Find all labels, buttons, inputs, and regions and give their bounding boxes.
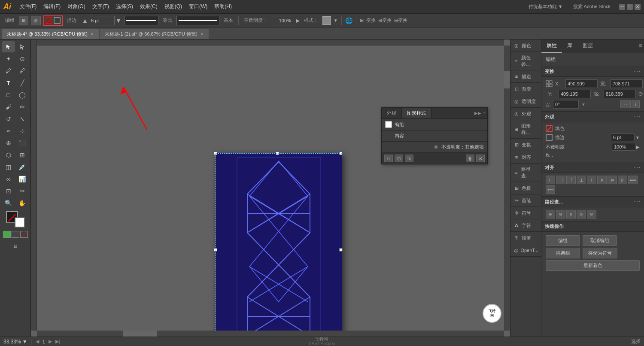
color-dark-btn[interactable] [12, 231, 19, 238]
page-nav-prev[interactable]: ◀ [36, 339, 39, 344]
zoom-tool[interactable]: 🔍 [2, 197, 15, 209]
rotate-tool[interactable]: ↺ [2, 113, 15, 124]
align-bottom-btn[interactable]: ⊧ [597, 176, 607, 184]
menu-object[interactable]: 对象(O) [64, 1, 88, 12]
menu-edit[interactable]: 编辑(E) [40, 1, 64, 12]
fp-duplicate-btn[interactable]: ⊡ [395, 155, 403, 162]
scrollbar-h[interactable] [37, 331, 504, 337]
text-tool[interactable]: T [2, 77, 15, 88]
sub-panel-color-guide[interactable]: ≡ 颜色参... [510, 52, 541, 70]
free-transform-tool[interactable]: ⊹ [16, 125, 29, 137]
curvature-tool[interactable]: 🖋 [16, 65, 29, 76]
fx-label[interactable]: fx... [546, 152, 553, 158]
tab-2-close[interactable]: ✕ [200, 32, 204, 36]
select-tool[interactable] [2, 41, 15, 52]
menu-file[interactable]: 文件(F) [16, 1, 40, 12]
fill-indicator[interactable] [46, 17, 52, 24]
pf-intersect-btn[interactable]: ⊗ [566, 210, 576, 219]
pencil-tool[interactable]: ✏ [16, 101, 29, 112]
stroke-weight-arrow[interactable]: ▼ [635, 135, 640, 140]
fp-eye-icon[interactable]: 👁 [434, 144, 439, 150]
style-preview[interactable] [322, 16, 331, 25]
fp-delete-btn[interactable]: 🗑 [466, 155, 474, 162]
menu-effect[interactable]: 效果(C) [137, 1, 161, 12]
stroke-options-btn[interactable]: ◎ [31, 16, 41, 25]
appearance-section-header[interactable]: 外观 ⋯ [541, 112, 644, 122]
lasso-tool[interactable]: ⊙ [16, 53, 29, 64]
align-left-btn[interactable]: ⊢ [546, 176, 555, 184]
fp-opacity-row[interactable]: 👁 不透明度：其他选项 [382, 142, 487, 153]
fp-menu-icon[interactable]: ≡ [483, 111, 486, 115]
ellipse-tool[interactable]: ◯ [16, 89, 29, 100]
sub-panel-symbols[interactable]: ❊ 符号 [510, 207, 541, 219]
transform-section-header[interactable]: 变换 ⋯ [541, 66, 644, 77]
transform2-btn[interactable]: ⊞变换 [378, 17, 392, 24]
opacity-input[interactable] [272, 16, 293, 25]
sub-panel-pathfinder[interactable]: ≡ 路径查... [510, 164, 541, 182]
pf-divide-btn[interactable]: ⊙ [587, 210, 596, 219]
group-btn[interactable]: 编组 [546, 235, 580, 246]
align-right-btn[interactable]: ⊤ [566, 176, 576, 184]
stroke-indicator[interactable] [54, 17, 61, 24]
pathfinder-section-header[interactable]: 路径查... ⋯ [541, 197, 644, 207]
scale-tool[interactable]: ⤡ [16, 113, 29, 124]
transform-btn[interactable]: 变换 [366, 17, 376, 24]
appearance-more-btn[interactable]: ⋯ [634, 113, 641, 120]
live-paint-tool[interactable]: ⬛ [16, 137, 29, 149]
fp-delete2-btn[interactable]: ✕ [476, 155, 485, 162]
constrain-icon[interactable]: ⟳ [638, 91, 644, 97]
page-nav-end[interactable]: ▶| [55, 339, 60, 344]
save-symbol-btn[interactable]: 存储为符号 [583, 248, 617, 258]
sub-panel-gradient[interactable]: ◻ 渐变 [510, 83, 541, 95]
shape-builder-tool[interactable]: ⊕ [2, 137, 15, 149]
panel-more-btn[interactable]: ≡ [637, 39, 644, 53]
sub-panel-brushes[interactable]: ✏ 画笔 [510, 194, 541, 207]
scrollbar-v[interactable] [504, 46, 510, 331]
menu-window[interactable]: 窗口(W) [185, 1, 211, 12]
rp-tab-layers[interactable]: 图层 [577, 39, 598, 53]
distribute-h2-btn[interactable]: ⟺ [628, 176, 638, 184]
opacity-arrow[interactable]: ▶ [296, 18, 300, 24]
flip-v-btn[interactable]: ↕ [632, 100, 640, 108]
sub-panel-align[interactable]: ≡ 对齐 [510, 151, 541, 164]
blend-tool[interactable]: ∞ [2, 173, 15, 185]
mesh-tool[interactable]: ⊞ [16, 149, 29, 161]
perspective-tool[interactable]: ⬡ [2, 149, 15, 161]
direct-select-tool[interactable] [16, 41, 29, 52]
brush-tool[interactable]: 🖌 [2, 101, 15, 112]
menu-text[interactable]: 文字(T) [89, 1, 112, 12]
pf-unite-btn[interactable]: ⊕ [546, 210, 555, 219]
maximize-btn[interactable]: □ [627, 4, 633, 10]
globe-icon[interactable]: 🌐 [345, 17, 352, 24]
sub-panel-graphic-styles[interactable]: ⊞ 图形样... [510, 120, 541, 139]
menu-select[interactable]: 选择(S) [112, 1, 137, 12]
sub-panel-character[interactable]: A 字符 [510, 219, 541, 232]
select-bounds-icon[interactable]: ⊞ [360, 18, 364, 23]
fill-box[interactable] [546, 125, 553, 132]
stroke-box[interactable] [546, 134, 553, 141]
eyedropper-tool[interactable]: 💉 [16, 161, 29, 173]
tab-1-close[interactable]: ✕ [90, 32, 94, 36]
angle-more-btn[interactable]: ▼ [581, 102, 586, 107]
sub-panel-stroke[interactable]: ≡ 描边 [510, 70, 541, 83]
y-input[interactable] [559, 90, 591, 98]
angle-input[interactable] [553, 100, 579, 109]
pathfinder-more-btn[interactable]: ⋯ [634, 198, 641, 205]
page-nav-next[interactable]: ▶ [49, 339, 52, 344]
distribute-v-btn[interactable]: ⊬ [618, 176, 627, 184]
align-center-v-btn[interactable]: ⊦ [587, 176, 596, 184]
transform3-btn[interactable]: ⊟变换 [394, 17, 407, 24]
scrollbar-v-thumb[interactable] [504, 71, 510, 88]
tab-1[interactable]: 未标题-4* @ 33.33% (RGB/GPU 预览) ✕ [2, 29, 99, 39]
opacity-arrow-prop[interactable]: ▶ [636, 145, 640, 149]
sub-panel-opentype[interactable]: ◎ OpenT... [510, 244, 541, 257]
transform-options-btn[interactable]: ⊞ [19, 16, 28, 25]
rect-tool[interactable]: □ [2, 89, 15, 100]
align-center-h-btn[interactable]: ⊣ [556, 176, 565, 184]
sub-panel-color[interactable]: ◎ 颜色 [510, 39, 541, 52]
warp-tool[interactable]: ≈ [2, 125, 15, 137]
align-more-btn[interactable]: ⋯ [634, 164, 641, 171]
pf-exclude-btn[interactable]: ⊘ [577, 210, 586, 219]
isolate-group-btn[interactable]: 隔离组 [546, 248, 580, 258]
menu-help[interactable]: 帮助(H) [211, 1, 235, 12]
